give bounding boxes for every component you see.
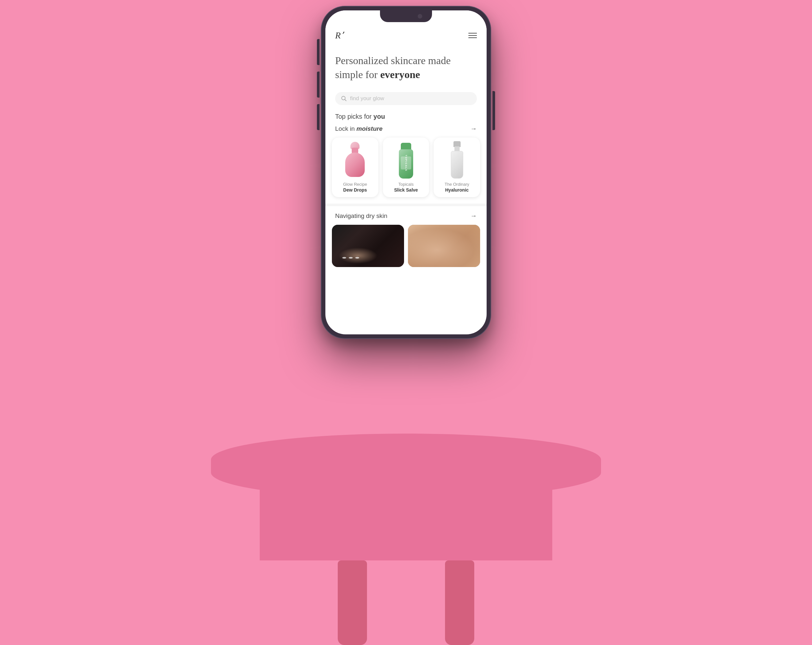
topicals-brand: Topicals [398, 182, 414, 187]
moisture-section-header[interactable]: Lock in moisture → [325, 122, 487, 135]
ordinary-bottle [451, 143, 463, 179]
glow-recipe-name: Dew Drops [343, 187, 367, 193]
section-divider-1 [325, 203, 487, 206]
app-content: Rʼ Personalized skincare made simple for… [325, 11, 487, 335]
search-bar[interactable]: find your glow [335, 92, 477, 105]
product-card-ordinary[interactable]: The Ordinary Hyaluronic [433, 138, 480, 197]
hamburger-line-3 [469, 37, 477, 38]
ordinary-image-area [443, 143, 472, 179]
pedestal-top [211, 434, 601, 498]
articles-row [325, 222, 487, 274]
svg-line-1 [345, 99, 346, 101]
ordinary-body [451, 151, 463, 179]
top-picks-bold: you [374, 113, 385, 120]
topicals-image-area: TOPICALS [391, 143, 421, 179]
bottom-safe-area [325, 274, 487, 287]
hero-title: Personalized skincare made simple for ev… [335, 53, 477, 82]
article-image-1 [332, 225, 404, 267]
hero-section: Personalized skincare made simple for ev… [325, 47, 487, 87]
products-row: Glow Recipe Dew Drops TOPICALS [325, 135, 487, 203]
product-card-glow-recipe[interactable]: Glow Recipe Dew Drops [332, 138, 379, 197]
glow-recipe-bottle [345, 144, 365, 177]
article-card-1[interactable] [332, 225, 404, 267]
pedestal-leg-right [445, 561, 474, 645]
top-picks-label: Top picks for you [335, 113, 385, 120]
search-icon [341, 96, 347, 101]
glow-bottle-body [345, 153, 365, 177]
topicals-label-area: TOPICALS [401, 156, 411, 170]
cream-dots-decoration [342, 255, 360, 261]
article-image-2 [408, 225, 480, 267]
dry-skin-arrow-icon: → [470, 212, 477, 220]
dry-skin-section: Navigating dry skin → [325, 206, 487, 274]
article-card-2[interactable] [408, 225, 480, 267]
ordinary-brand: The Ordinary [445, 182, 469, 187]
topicals-label-text: TOPICALS [405, 155, 407, 171]
top-picks-header: Top picks for you [325, 110, 487, 122]
glow-recipe-image-area [340, 143, 369, 179]
cream-dot-3 [355, 257, 359, 258]
topicals-cap [401, 143, 411, 150]
hamburger-menu-button[interactable] [469, 33, 477, 38]
phone-scene: Rʼ Personalized skincare made simple for… [322, 6, 490, 338]
phone-notch [380, 11, 432, 22]
glow-recipe-brand: Glow Recipe [343, 182, 367, 187]
pedestal-wrapper [211, 434, 601, 645]
moisture-title-bold: moisture [356, 125, 382, 132]
dry-skin-title: Navigating dry skin [335, 212, 388, 220]
moisture-arrow-icon: → [470, 125, 477, 132]
pedestal-legs [299, 561, 513, 645]
hamburger-line-2 [469, 35, 477, 36]
moisture-title-normal: Lock in [335, 125, 356, 132]
moisture-title: Lock in moisture [335, 125, 383, 132]
dry-skin-header[interactable]: Navigating dry skin → [325, 209, 487, 222]
product-card-topicals[interactable]: TOPICALS Topicals Slick Salve [383, 138, 429, 197]
ordinary-name: Hyaluronic [445, 187, 469, 193]
front-camera-icon [418, 14, 422, 18]
face-detail-light [408, 225, 480, 267]
phone-screen: Rʼ Personalized skincare made simple for… [325, 11, 487, 335]
search-placeholder-text: find your glow [350, 95, 384, 102]
hero-title-bold: everyone [380, 69, 420, 80]
phone-outer: Rʼ Personalized skincare made simple for… [322, 6, 490, 338]
pedestal-body [260, 489, 552, 561]
pedestal-leg-left [338, 561, 367, 645]
top-picks-normal: Top picks for [335, 113, 374, 120]
topicals-name: Slick Salve [394, 187, 418, 193]
hamburger-line-1 [469, 33, 477, 34]
topicals-tube: TOPICALS [399, 143, 413, 179]
cream-dot-2 [349, 257, 353, 258]
cream-dot-1 [342, 257, 346, 258]
topicals-body: TOPICALS [399, 149, 413, 179]
app-logo: Rʼ [335, 30, 343, 41]
